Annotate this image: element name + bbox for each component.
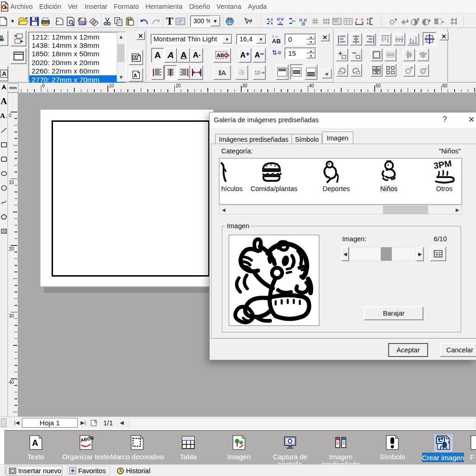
svg-text:3PM: 3PM <box>433 160 452 171</box>
svg-text:?: ? <box>249 19 252 24</box>
svg-text:U: U <box>281 17 284 21</box>
svg-text:ABC: ABC <box>217 53 228 58</box>
svg-text:U: U <box>304 18 307 22</box>
svg-text:U: U <box>277 17 280 21</box>
svg-text:A: A <box>32 438 38 448</box>
svg-text:A: A <box>134 55 137 60</box>
svg-text:A: A <box>133 73 137 78</box>
svg-text:U: U <box>299 18 302 22</box>
